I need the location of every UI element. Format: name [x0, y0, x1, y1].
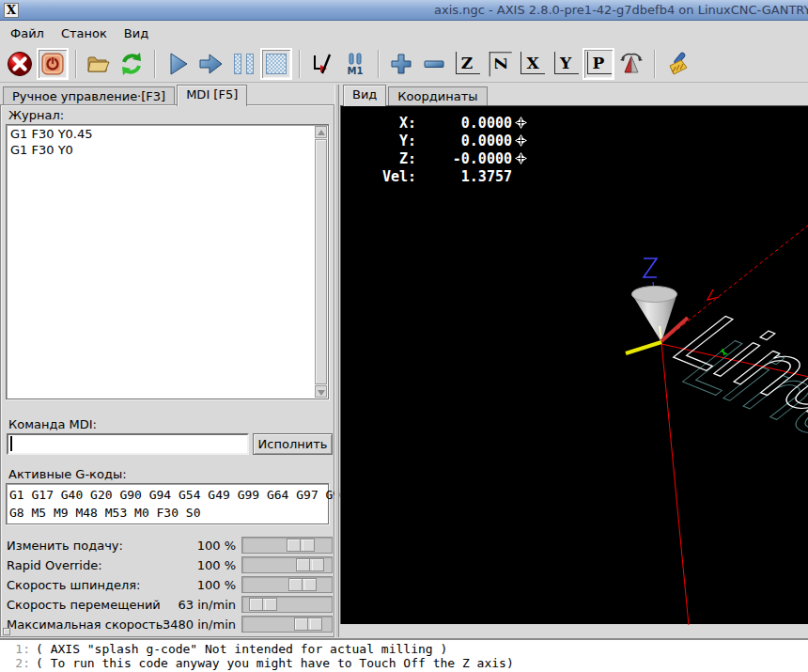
open-file-button[interactable] [83, 48, 115, 80]
estop-icon [7, 51, 33, 77]
mdi-history-listbox[interactable]: G1 F30 Y0.45 G1 F30 Y0 [6, 124, 329, 399]
jog-speed-value: 63 in/min [179, 598, 236, 612]
tab-mdi[interactable]: MDI [F5] [177, 85, 247, 106]
jog-speed-label: Скорость перемещений [7, 598, 161, 612]
slider-handle[interactable] [288, 578, 317, 591]
gcode-line-text: ( To run this code anyway you might have… [36, 656, 514, 670]
tab-preview[interactable]: Вид [343, 85, 386, 106]
slider-handle[interactable] [287, 539, 315, 552]
optional-pause-button[interactable]: M1 [339, 48, 371, 80]
svg-text:M1: M1 [348, 66, 364, 76]
view-z-rotated-button[interactable]: Z [484, 48, 516, 80]
run-button[interactable] [162, 48, 194, 80]
pause-icon [234, 54, 254, 74]
window-titlebar[interactable]: X axis.ngc - AXIS 2.8.0-pre1-42-g7dbefb4… [0, 0, 808, 21]
scrollbar-down-arrow[interactable] [315, 385, 327, 398]
gcode-listing[interactable]: 1: ( AXIS "splash g-code" Not intended f… [0, 638, 808, 672]
max-velocity-value: 3480 in/min [163, 617, 236, 632]
menubar: Файл Станок Вид [0, 22, 808, 45]
view-x-button[interactable]: X [517, 48, 549, 80]
zoom-in-button[interactable] [385, 48, 417, 80]
tab-dro[interactable]: Координаты [388, 86, 487, 105]
step-button[interactable] [194, 48, 226, 80]
gcode-line-number: 2: [0, 656, 36, 670]
dro-row-vel: Vel: 1.3757 [358, 167, 527, 185]
rotate-view-button[interactable] [615, 48, 647, 80]
z-axis-label-glyph [644, 258, 657, 277]
jog-speed-slider[interactable] [241, 596, 333, 613]
mdi-execute-button[interactable]: Исполнить [253, 433, 333, 455]
clear-plot-button[interactable] [661, 48, 693, 80]
mdi-history-item[interactable]: G1 F30 Y0 [8, 142, 314, 158]
spindle-override-slider[interactable] [241, 576, 333, 593]
reload-button[interactable] [116, 48, 148, 80]
pane-sash[interactable] [334, 85, 339, 637]
gcode-line: 1: ( AXIS "splash g-code" Not intended f… [0, 642, 808, 656]
toolbar-separator [654, 50, 656, 78]
mdi-history-item[interactable]: G1 F30 Y0.45 [8, 126, 314, 142]
homed-icon [515, 152, 527, 164]
menu-view[interactable]: Вид [116, 23, 157, 43]
view-z-button[interactable]: Z [451, 48, 483, 80]
reload-icon [118, 51, 145, 77]
feed-override-label: Изменить подачу: [7, 539, 123, 553]
text-caret [10, 436, 12, 451]
control-tabs: Ручное управление·[F3] MDI [F5] [3, 85, 249, 105]
skip-lines-button[interactable] [306, 48, 338, 80]
stop-button[interactable] [260, 48, 292, 80]
toolbar-separator [378, 50, 380, 78]
homed-icon [515, 117, 527, 129]
slider-handle[interactable] [294, 617, 322, 631]
mdi-panel: Журнал: G1 F30 Y0.45 G1 F30 Y0 Команда M… [0, 104, 334, 637]
mdi-command-input[interactable] [7, 433, 249, 455]
mdi-command-label: Команда MDI: [8, 417, 97, 431]
window-icon: X [4, 3, 19, 18]
sash-grip[interactable] [3, 628, 10, 635]
zoom-in-icon [389, 52, 413, 76]
history-scrollbar[interactable] [315, 126, 327, 398]
toolbar-separator [154, 50, 156, 78]
zoom-out-button[interactable] [418, 48, 450, 80]
rapid-override-value: 100 % [197, 558, 236, 572]
preview-tabs: Вид Координаты [343, 85, 489, 105]
scrollbar-up-arrow[interactable] [315, 126, 327, 138]
slider-handle[interactable] [296, 558, 324, 571]
gcode-line-text: ( AXIS "splash g-code" Not intended for … [36, 642, 447, 656]
window-title: axis.ngc - AXIS 2.8.0-pre1-42-g7dbefb4 o… [434, 3, 808, 19]
step-icon [197, 51, 224, 77]
dro-readout: X: 0.0000 Y: 0.0000 Z: -0.0000 [358, 114, 527, 185]
spindle-override-value: 100 % [197, 578, 236, 592]
jog-backplot-yellow [626, 342, 661, 353]
toolbar-separator [299, 50, 301, 78]
view-z-rotated-icon: Z [491, 57, 507, 69]
rapid-override-slider[interactable] [241, 556, 333, 573]
gl-preview-canvas[interactable]: Linux Linux X: 0.0000 [340, 105, 808, 624]
spindle-override-label: Скорость шпинделя: [7, 578, 140, 592]
menu-machine[interactable]: Станок [53, 23, 116, 43]
view-y-icon: Y [560, 55, 571, 71]
view-z-icon: Z [461, 55, 473, 71]
max-velocity-slider[interactable] [241, 616, 333, 633]
pause-button[interactable] [227, 48, 259, 80]
tab-manual-control[interactable]: Ручное управление·[F3] [3, 86, 175, 105]
rotate-view-icon [618, 51, 645, 77]
max-velocity-label: Максимальная скорость: [7, 617, 167, 632]
preview-pane: Вид Координаты Linux Linux [340, 85, 808, 637]
slider-handle[interactable] [249, 598, 277, 611]
machine-power-button[interactable] [37, 48, 69, 80]
estop-button[interactable] [4, 48, 36, 80]
scrollbar-thumb[interactable] [315, 139, 327, 384]
optional-pause-m1-icon: M1 [342, 51, 368, 77]
feed-override-value: 100 % [197, 539, 236, 553]
feed-override-slider[interactable] [241, 537, 333, 554]
run-icon [164, 51, 191, 77]
toolbar: M1 Z Z X Y P [0, 45, 808, 83]
view-perspective-icon: P [593, 55, 605, 71]
open-folder-icon [85, 51, 112, 77]
active-gcodes-line2: G8 M5 M9 M48 M53 M0 F30 S0 [9, 506, 201, 520]
view-perspective-button[interactable]: P [583, 48, 614, 80]
toolbar-separator [75, 50, 77, 78]
view-y-button[interactable]: Y [550, 48, 582, 80]
active-gcodes-label: Активные G-коды: [8, 467, 127, 481]
menu-file[interactable]: Файл [2, 23, 53, 43]
